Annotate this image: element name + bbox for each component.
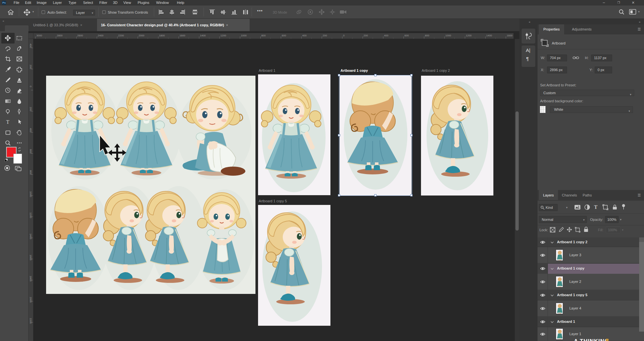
svg-text:T: T: [6, 119, 9, 125]
